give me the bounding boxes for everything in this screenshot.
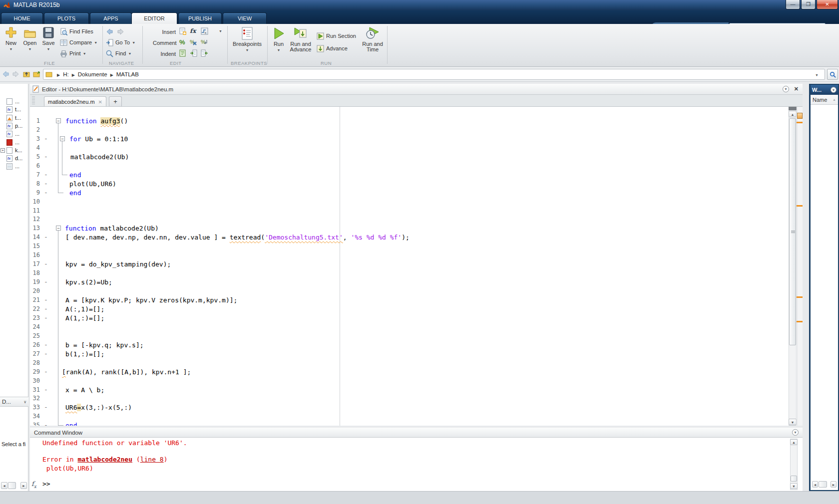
code-line-6[interactable]: 6 [30, 162, 789, 171]
file-item[interactable]: ... [0, 163, 28, 171]
comment-icon[interactable]: % [179, 38, 186, 46]
error-line-link[interactable]: line 8 [140, 456, 164, 463]
breadcrumb-item[interactable]: Dokumente [78, 71, 107, 77]
code-line-19[interactable]: 19-kpv.s(2)=Ub; [30, 278, 789, 287]
breadcrumb[interactable]: ▶H:▶Dokumente▶MATLAB [54, 71, 139, 77]
address-search-button[interactable] [827, 69, 838, 80]
code-line-22[interactable]: 22-A(:,1)=[]; [30, 305, 789, 314]
code-line-32[interactable]: 32 [30, 394, 789, 403]
breakpoints-button[interactable]: Breakpoints▼ [231, 26, 264, 53]
advance-button[interactable]: Advance [317, 44, 348, 52]
fx-prompt-icon[interactable]: fx [31, 480, 36, 489]
editor-menu-icon[interactable]: ▼ [783, 86, 789, 92]
file-item[interactable]: fx... [0, 130, 28, 138]
code-line-11[interactable]: 11 [30, 207, 789, 216]
wrap-comments-icon[interactable]: % [201, 38, 208, 46]
breadcrumb-item[interactable]: MATLAB [116, 71, 139, 77]
cmd-vscrollbar[interactable] [790, 439, 798, 490]
command-window-header[interactable]: Command Window ▼ [30, 428, 803, 438]
ws-hscroll-right-arrow[interactable]: ► [831, 481, 837, 488]
navigate-forward-button[interactable] [117, 27, 124, 35]
address-forward-icon[interactable] [12, 70, 19, 78]
code-line-26[interactable]: 26-b = [-kpv.q; kpv.s]; [30, 341, 789, 350]
warning-tick[interactable] [797, 122, 803, 123]
run-section-button[interactable]: Run Section [317, 32, 356, 40]
save-button[interactable]: Save▼ [40, 26, 57, 52]
editor-scroll-up-arrow[interactable]: ▲ [789, 111, 797, 117]
code-line-12[interactable]: 12 [30, 215, 789, 224]
code-line-27[interactable]: 27-b(1,:)=[]; [30, 350, 789, 359]
ribbon-tab-editor[interactable]: EDITOR [131, 12, 177, 24]
command-window[interactable]: Command Window ▼ Undefined function or v… [30, 428, 803, 491]
new-tab-button[interactable]: + [109, 96, 122, 107]
editor-close-icon[interactable]: ✕ [794, 86, 799, 92]
warning-tick[interactable] [797, 321, 803, 322]
ribbon-tab-publish[interactable]: PUBLISH [178, 12, 222, 24]
warning-tick[interactable] [797, 296, 803, 298]
file-item[interactable]: fxt... [0, 106, 28, 114]
ribbon-tab-view[interactable]: VIEW [223, 12, 267, 24]
editor-scroll-thumb[interactable] [789, 118, 796, 345]
code-line-20[interactable]: 20 [30, 287, 789, 296]
details-collapse-icon[interactable]: ∨ [23, 400, 26, 404]
folder-up-icon[interactable] [23, 70, 30, 78]
ws-hscroll-thumb[interactable] [819, 481, 827, 488]
editor-title-bar[interactable]: Editor - H:\Dokumente\MATLAB\matlabcode2… [30, 84, 803, 95]
workspace-menu-icon[interactable]: ▼ [831, 87, 837, 93]
navigate-back-button[interactable] [106, 27, 113, 35]
browse-folder-icon[interactable] [33, 70, 40, 78]
cmd-scroll-thumb[interactable] [791, 476, 797, 482]
close-button[interactable]: ✕ [817, 0, 838, 9]
code-line-25[interactable]: 25 [30, 332, 789, 341]
code-line-29[interactable]: 29-[rank(A), rank([A,b]), kpv.n+1 ]; [30, 368, 789, 377]
code-line-24[interactable]: 24 [30, 323, 789, 332]
tab-close-icon[interactable]: ✕ [98, 99, 102, 105]
editor-code-area[interactable]: 1−function aufg3()23-−for Ub = 0:1:1045-… [30, 107, 803, 426]
code-line-35[interactable]: 35-end [30, 421, 789, 426]
code-line-33[interactable]: 33-UR6=x(3,:)-x(5,:) [30, 403, 789, 412]
file-item[interactable]: fxp... [0, 122, 28, 130]
print-button[interactable]: Print▼ [60, 49, 86, 57]
code-line-17[interactable]: 17-kpv = do_kpv_stamping(dev); [30, 260, 789, 269]
error-file-link[interactable]: matlabcode2neu [77, 456, 132, 463]
command-window-menu-icon[interactable]: ▼ [792, 429, 799, 436]
run-button[interactable]: Run▼ [270, 26, 288, 53]
indent-right-icon[interactable] [190, 49, 197, 57]
cmd-scroll-down-arrow[interactable]: ▼ [790, 483, 798, 489]
code-line-8[interactable]: 8-plot(Ub,UR6) [30, 180, 789, 189]
code-line-28[interactable]: 28 [30, 359, 789, 368]
cmd-scroll-up-arrow[interactable]: ▲ [790, 439, 798, 445]
workspace-header[interactable]: W... ▼ [811, 85, 838, 95]
code-line-4[interactable]: 4 [30, 144, 789, 153]
left-hscroll-right-arrow[interactable]: ► [20, 482, 27, 489]
code-line-1[interactable]: 1−function aufg3() [30, 117, 789, 126]
file-item[interactable]: ... [0, 139, 28, 147]
code-line-34[interactable]: 34 [30, 412, 789, 421]
code-line-14[interactable]: 14-[ dev.name, dev.np, dev.nn, dev.value… [30, 233, 789, 242]
uncomment-icon[interactable]: % [190, 38, 197, 46]
warning-tick[interactable] [797, 205, 803, 207]
code-fold-icon[interactable]: − [56, 226, 61, 231]
smart-indent-icon[interactable] [179, 49, 186, 57]
code-line-16[interactable]: 16 [30, 251, 789, 260]
goto-button[interactable]: Go To▼ [106, 38, 135, 46]
ribbon-tab-apps[interactable]: APPS [90, 12, 132, 24]
left-hscroll-thumb[interactable] [8, 482, 16, 489]
code-line-7[interactable]: 7-end [30, 171, 789, 180]
code-line-2[interactable]: 2 [30, 126, 789, 135]
editor-scroll-down-arrow[interactable]: ▼ [789, 419, 797, 425]
editor-file-tab[interactable]: matlabcode2neu.m ✕ [44, 96, 106, 107]
file-item[interactable]: +k... [0, 147, 28, 155]
expand-icon[interactable]: + [0, 148, 5, 153]
code-line-18[interactable]: 18 [30, 269, 789, 278]
code-line-31[interactable]: 31-x = A \ b; [30, 386, 789, 395]
code-line-30[interactable]: 30 [30, 377, 789, 386]
code-line-23[interactable]: 23-A(1,:)=[]; [30, 314, 789, 323]
code-line-5[interactable]: 5-matlabcode2(Ub) [30, 153, 789, 162]
minimize-button[interactable]: — [786, 0, 800, 9]
code-line-13[interactable]: 13−function matlabcode2(Ub) [30, 224, 789, 233]
code-line-9[interactable]: 9-end [30, 189, 789, 198]
details-header[interactable]: D... ∨ [0, 397, 28, 407]
run-and-advance-button[interactable]: Run and Advance [289, 26, 313, 52]
breadcrumb-item[interactable]: H: [63, 71, 69, 77]
